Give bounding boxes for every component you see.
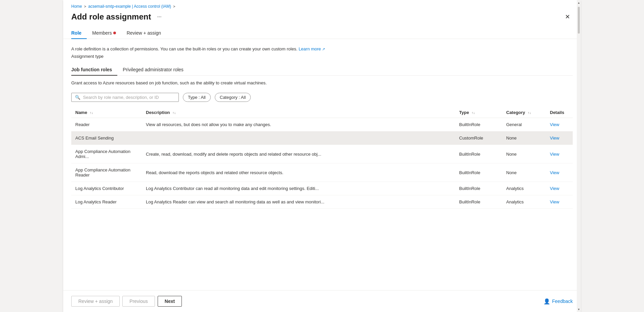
cell-category-4: Analytics (502, 182, 546, 195)
type-filter-pill[interactable]: Type : All (183, 93, 211, 102)
type-sort-arrows[interactable]: ↑↓ (472, 111, 475, 115)
external-link-icon: ↗ (322, 47, 325, 51)
cell-type-2: BuiltInRole (455, 145, 502, 163)
view-link-0[interactable]: View (550, 122, 559, 127)
sub-tab-job-function[interactable]: Job function roles (71, 64, 117, 76)
type-filter-label: Type : All (188, 95, 206, 100)
cell-category-2: None (502, 145, 546, 163)
cell-description-5: Log Analytics Reader can view and search… (142, 195, 455, 209)
feedback-label: Feedback (552, 299, 573, 304)
col-desc-label: Description (146, 110, 170, 115)
previous-button[interactable]: Previous (122, 296, 155, 307)
cell-name-2: App Compliance Automation Admi... (71, 145, 142, 163)
table-row[interactable]: Log Analytics Contributor Log Analytics … (71, 182, 573, 195)
cell-description-1 (142, 131, 455, 145)
header-ellipsis-button[interactable]: ··· (155, 12, 163, 21)
tab-review-assign-label: Review + assign (127, 30, 161, 36)
close-button[interactable]: ✕ (562, 11, 573, 22)
cell-details-0[interactable]: View (546, 118, 573, 131)
cell-type-0: BuiltInRole (455, 118, 502, 131)
col-header-name[interactable]: Name ↑↓ (71, 107, 142, 118)
view-link-1[interactable]: View (550, 135, 559, 141)
category-filter-pill[interactable]: Category : All (215, 93, 251, 102)
cell-category-0: General (502, 118, 546, 131)
breadcrumb-home[interactable]: Home (71, 4, 82, 9)
table-row[interactable]: Log Analytics Reader Log Analytics Reade… (71, 195, 573, 209)
roles-table: Name ↑↓ Description ↑↓ Type ↑↓ (71, 107, 573, 209)
scrollbar-thumb[interactable] (578, 7, 580, 34)
cell-details-2[interactable]: View (546, 145, 573, 163)
category-sort-arrows[interactable]: ↑↓ (528, 111, 531, 115)
learn-more-link[interactable]: Learn more ↗ (298, 46, 325, 51)
scroll-down-arrow[interactable]: ▼ (577, 307, 581, 312)
breadcrumb-resource[interactable]: acsemail-smtp-example | Access control (… (88, 4, 171, 9)
cell-description-4: Log Analytics Contributor can read all m… (142, 182, 455, 195)
footer: Review + assign Previous Next 👤 Feedback (63, 290, 581, 312)
cell-type-3: BuiltInRole (455, 163, 502, 182)
name-sort-arrows[interactable]: ↑↓ (90, 111, 93, 115)
search-input[interactable] (83, 95, 175, 100)
sub-tab-privileged-admin[interactable]: Privileged administrator roles (117, 64, 189, 76)
cell-details-3[interactable]: View (546, 163, 573, 182)
col-type-label: Type (459, 110, 469, 115)
table-header-row: Name ↑↓ Description ↑↓ Type ↑↓ (71, 107, 573, 118)
description-sort-arrows[interactable]: ↑↓ (172, 111, 176, 115)
table-body: Reader View all resources, but does not … (71, 118, 573, 209)
view-link-3[interactable]: View (550, 170, 559, 175)
col-header-category[interactable]: Category ↑↓ (502, 107, 546, 118)
learn-more-label: Learn more (298, 46, 321, 51)
tab-members-label: Members (92, 30, 112, 36)
view-link-2[interactable]: View (550, 152, 559, 157)
table-row[interactable]: Reader View all resources, but does not … (71, 118, 573, 131)
cell-description-3: Read, download the reports objects and r… (142, 163, 455, 182)
table-row[interactable]: App Compliance Automation Reader Read, d… (71, 163, 573, 182)
members-notification-dot (113, 32, 116, 34)
cell-details-4[interactable]: View (546, 182, 573, 195)
grant-text: Grant access to Azure resources based on… (71, 80, 573, 86)
breadcrumb-sep-1: > (84, 4, 86, 8)
cell-description-2: Create, read, download, modify and delet… (142, 145, 455, 163)
cell-description-0: View all resources, but does not allow y… (142, 118, 455, 131)
sub-tab-privileged-admin-label: Privileged administrator roles (123, 67, 184, 72)
tab-review-assign[interactable]: Review + assign (121, 28, 166, 39)
breadcrumb-sep-2: > (173, 4, 175, 8)
table-row[interactable]: App Compliance Automation Admi... Create… (71, 145, 573, 163)
scrollbar[interactable]: ▲ ▼ (577, 0, 581, 312)
panel-header: Add role assignment ··· ✕ (63, 9, 581, 22)
assignment-type-label: Assignment type (71, 54, 573, 59)
description-main-text: A role definition is a collection of per… (71, 46, 297, 51)
scroll-up-arrow[interactable]: ▲ (577, 0, 581, 5)
feedback-person-icon: 👤 (544, 298, 550, 305)
col-cat-label: Category (506, 110, 525, 115)
category-filter-label: Category : All (220, 95, 246, 100)
cell-category-3: None (502, 163, 546, 182)
search-icon: 🔍 (75, 95, 80, 100)
col-header-details: Details (546, 107, 573, 118)
cell-category-1: None (502, 131, 546, 145)
cell-name-4: Log Analytics Contributor (71, 182, 142, 195)
cell-details-1[interactable]: View (546, 131, 573, 145)
roles-table-container: Name ↑↓ Description ↑↓ Type ↑↓ (71, 107, 573, 290)
table-row[interactable]: ACS Email Sending CustomRole None View (71, 131, 573, 145)
feedback-button[interactable]: 👤 Feedback (544, 298, 573, 305)
cell-name-0: Reader (71, 118, 142, 131)
col-header-description[interactable]: Description ↑↓ (142, 107, 455, 118)
cell-type-5: BuiltInRole (455, 195, 502, 209)
view-link-5[interactable]: View (550, 199, 559, 204)
cell-name-5: Log Analytics Reader (71, 195, 142, 209)
role-description: A role definition is a collection of per… (71, 46, 573, 52)
tab-role[interactable]: Role (71, 28, 87, 39)
col-header-type[interactable]: Type ↑↓ (455, 107, 502, 118)
view-link-4[interactable]: View (550, 186, 559, 191)
review-assign-button[interactable]: Review + assign (71, 296, 120, 307)
header-left: Add role assignment ··· (71, 12, 164, 22)
sub-tabs: Job function roles Privileged administra… (71, 64, 573, 76)
cell-type-4: BuiltInRole (455, 182, 502, 195)
tab-members[interactable]: Members (87, 28, 121, 39)
cell-name-3: App Compliance Automation Reader (71, 163, 142, 182)
col-name-label: Name (75, 110, 87, 115)
main-content: A role definition is a collection of per… (63, 39, 581, 290)
search-box[interactable]: 🔍 (71, 93, 179, 102)
next-button[interactable]: Next (158, 296, 182, 307)
cell-details-5[interactable]: View (546, 195, 573, 209)
